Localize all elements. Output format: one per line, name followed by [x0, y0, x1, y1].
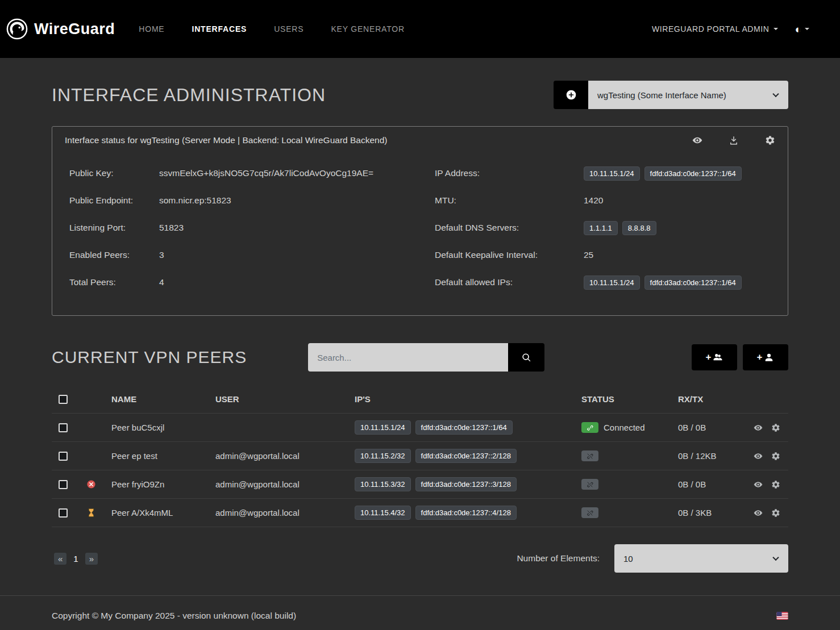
search-input[interactable]: [308, 343, 508, 372]
add-interface-button[interactable]: [554, 81, 588, 109]
peer-ip-badge: fdfd:d3ad:c0de:1237::3/128: [415, 477, 517, 491]
peer-name: Peer ep test: [111, 451, 215, 461]
nav-item-key-generator[interactable]: KEY GENERATOR: [331, 24, 404, 34]
column-header-status: STATUS: [581, 394, 678, 404]
pagination-prev[interactable]: «: [54, 553, 66, 565]
field-mtu: MTU: 1420: [435, 187, 771, 214]
select-all-checkbox[interactable]: [59, 395, 68, 404]
field-label: Public Key:: [69, 168, 159, 178]
field-dns-servers: Default DNS Servers: 1.1.1.1 8.8.8.8: [435, 214, 771, 241]
peer-rxtx: 0B / 0B: [678, 479, 754, 489]
theme-toggle-dropdown[interactable]: ◐: [795, 24, 809, 35]
peer-rxtx: 0B / 3KB: [678, 508, 754, 518]
plus-circle-icon: [565, 89, 577, 101]
edit-peer-icon[interactable]: [771, 508, 780, 518]
nav-item-users[interactable]: USERS: [274, 24, 303, 34]
dns-badge: 8.8.8.8: [622, 221, 656, 235]
copyright-text: Copyright © My Company 2025 - version un…: [52, 611, 296, 621]
interface-admin-header: INTERFACE ADMINISTRATION wgTesting (Some…: [52, 81, 788, 109]
peers-title: CURRENT VPN PEERS: [52, 348, 247, 367]
ip-badge: fdfd:d3ad:c0de:1237::1/64: [644, 166, 742, 181]
add-peer-button[interactable]: +: [743, 344, 788, 370]
edit-peer-icon[interactable]: [771, 480, 780, 489]
view-peer-icon[interactable]: [754, 508, 763, 518]
wireguard-logo-icon: [6, 18, 28, 40]
page-size-select[interactable]: 10: [614, 544, 788, 573]
peer-rxtx: 0B / 12KB: [678, 451, 754, 461]
chevron-down-icon: [774, 28, 778, 30]
peer-status-label: Connected: [604, 423, 645, 432]
peer-row[interactable]: Peer fryiO9Zn admin@wgportal.local 10.11…: [52, 470, 788, 499]
wireguard-brand[interactable]: WireGuard: [6, 18, 115, 40]
chevron-down-icon: [805, 28, 809, 30]
nav-item-home[interactable]: HOME: [139, 24, 164, 34]
field-public-key: Public Key: ssvmEelxG+k8jsNO5G7cq5r/Ak7l…: [69, 160, 435, 187]
peers-table: NAME USER IP'S STATUS RX/TX Peer buC5cxj…: [52, 385, 788, 527]
field-label: Default DNS Servers:: [435, 223, 584, 233]
page-size-group: Number of Elements: 10: [517, 544, 788, 573]
add-multiple-peers-button[interactable]: +: [692, 344, 737, 370]
peer-row[interactable]: Peer A/Xk4mML admin@wgportal.local 10.11…: [52, 499, 788, 527]
page-footer: Copyright © My Company 2025 - version un…: [0, 595, 840, 630]
peer-ip-badge: fdfd:d3ad:c0de:1237::1/64: [415, 420, 513, 435]
brand-text: WireGuard: [34, 20, 115, 38]
interface-card-title: Interface status for wgTesting (Server M…: [65, 135, 387, 145]
peer-name: Peer buC5cxjl: [111, 423, 215, 432]
field-enabled-peers: Enabled Peers: 3: [69, 241, 435, 269]
field-value: ssvmEelxG+k8jsNO5G7cq5r/Ak7liCodAvOyoCg1…: [159, 168, 373, 178]
pagination-next[interactable]: »: [85, 553, 98, 565]
disconnected-link-icon: [581, 479, 598, 490]
edit-peer-icon[interactable]: [771, 452, 780, 461]
peer-checkbox[interactable]: [59, 423, 68, 432]
top-navbar: WireGuard HOME INTERFACES USERS KEY GENE…: [0, 0, 840, 58]
edit-interface-icon[interactable]: [765, 135, 775, 145]
disconnected-link-icon: [581, 507, 598, 518]
people-icon: [713, 352, 723, 362]
peer-ip-badge: fdfd:d3ad:c0de:1237::4/128: [415, 506, 517, 520]
connected-link-icon: [581, 422, 598, 433]
interface-status-card: Interface status for wgTesting (Server M…: [52, 126, 788, 316]
table-footer-controls: « 1 » Number of Elements: 10: [52, 544, 788, 573]
peer-checkbox[interactable]: [59, 508, 68, 518]
admin-dropdown[interactable]: WIREGUARD PORTAL ADMIN: [652, 24, 778, 34]
search-group: [308, 343, 544, 372]
field-label: Listening Port:: [69, 223, 159, 233]
download-config-icon[interactable]: [729, 135, 739, 145]
view-peer-icon[interactable]: [754, 423, 763, 432]
nav-item-interfaces[interactable]: INTERFACES: [192, 24, 247, 34]
peer-row[interactable]: Peer buC5cxjl 10.11.15.1/24 fdfd:d3ad:c0…: [52, 414, 788, 442]
field-public-endpoint: Public Endpoint: som.nicr.ep:51823: [69, 187, 435, 214]
peer-checkbox[interactable]: [59, 452, 68, 461]
edit-peer-icon[interactable]: [771, 423, 780, 432]
view-peer-icon[interactable]: [754, 480, 763, 489]
plus-icon: +: [706, 352, 712, 363]
ip-badge: fdfd:d3ad:c0de:1237::1/64: [644, 276, 742, 290]
column-header-name: NAME: [111, 394, 215, 404]
peers-table-header: NAME USER IP'S STATUS RX/TX: [52, 385, 788, 414]
us-flag-icon[interactable]: [776, 612, 788, 620]
field-value: 3: [159, 250, 164, 260]
peer-row[interactable]: Peer ep test admin@wgportal.local 10.11.…: [52, 442, 788, 470]
interface-select[interactable]: wgTesting (Some Interface Name): [588, 81, 788, 109]
ip-badge: 10.11.15.1/24: [584, 166, 640, 181]
field-label: MTU:: [435, 195, 584, 206]
peer-user: admin@wgportal.local: [215, 451, 355, 461]
pagination-page-1[interactable]: 1: [73, 554, 78, 564]
view-config-icon[interactable]: [692, 135, 702, 145]
disconnected-link-icon: [581, 450, 598, 461]
peer-expiring-icon: [86, 508, 96, 518]
field-value: 1420: [584, 195, 603, 206]
peer-ip-badge: 10.11.15.4/32: [355, 506, 411, 520]
peer-ip-badge: fdfd:d3ad:c0de:1237::2/128: [415, 449, 517, 463]
search-button[interactable]: [508, 343, 544, 372]
field-label: Enabled Peers:: [69, 250, 159, 260]
theme-half-circle-icon: ◐: [795, 24, 801, 35]
peer-checkbox[interactable]: [59, 480, 68, 489]
page-title: INTERFACE ADMINISTRATION: [52, 85, 326, 106]
view-peer-icon[interactable]: [754, 452, 763, 461]
field-value: som.nicr.ep:51823: [159, 195, 231, 206]
field-listening-port: Listening Port: 51823: [69, 214, 435, 241]
field-allowed-ips: Default allowed IPs: 10.11.15.1/24 fdfd:…: [435, 269, 771, 296]
peer-ip-badge: 10.11.15.3/32: [355, 477, 411, 491]
field-ip-address: IP Address: 10.11.15.1/24 fdfd:d3ad:c0de…: [435, 160, 771, 187]
